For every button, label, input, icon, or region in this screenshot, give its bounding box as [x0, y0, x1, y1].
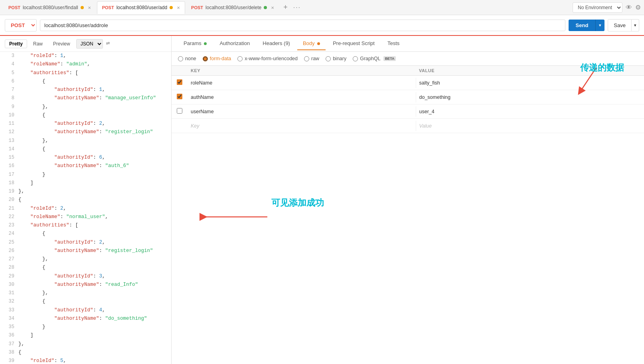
success-label: 可见添加成功 — [271, 197, 324, 209]
line-content: "authorityId": 3, — [18, 272, 105, 281]
json-line: 24 { — [0, 230, 171, 238]
urlencoded-option[interactable]: x-www-form-urlencoded — [237, 56, 298, 61]
line-number: 33 — [3, 306, 14, 315]
kv-key-header: KEY — [188, 68, 416, 73]
line-content: "authorityId": 1, — [18, 86, 105, 94]
kv-row-checkbox[interactable] — [177, 94, 182, 99]
line-number: 21 — [3, 205, 14, 213]
eye-icon[interactable]: 👁 — [626, 4, 632, 11]
json-line: 29 "authorityId": 3, — [0, 272, 171, 281]
tab-method-label: POST — [102, 5, 114, 10]
json-line: 36 ] — [0, 331, 171, 340]
kv-row-value[interactable]: user_4 — [416, 106, 644, 117]
raw-button[interactable]: Raw — [29, 39, 47, 48]
line-number: 30 — [3, 281, 14, 289]
tab-findall[interactable]: POST localhost:8080/user/findall ✕ — [3, 1, 96, 14]
more-tabs-button[interactable]: ··· — [292, 4, 302, 11]
json-line: 10 { — [0, 111, 171, 120]
tab-close-icon[interactable]: ✕ — [271, 6, 274, 10]
line-number: 28 — [3, 264, 14, 272]
kv-row[interactable]: roleName salty_fish — [172, 76, 644, 90]
method-select[interactable]: POST — [5, 19, 37, 31]
env-select[interactable]: No Environment — [573, 2, 622, 13]
line-content: { — [18, 145, 45, 153]
save-button-group: Save ▾ — [608, 19, 639, 31]
json-line: 6 { — [0, 77, 171, 86]
kv-row-checkbox[interactable] — [177, 108, 182, 114]
json-line: 17 } — [0, 171, 171, 179]
raw-option[interactable]: raw — [304, 56, 319, 61]
kv-row-key[interactable]: authName — [188, 92, 416, 102]
kv-table-header: KEY VALUE — [172, 66, 644, 76]
line-content: { — [18, 111, 45, 120]
line-content: "authorityName": "read_Info" — [18, 281, 138, 289]
line-content: } — [18, 323, 45, 331]
params-dot — [204, 42, 207, 45]
kv-row-value[interactable]: Value — [416, 121, 644, 131]
line-number: 15 — [3, 153, 14, 162]
tab-add[interactable]: POST localhost:8080/user/add ✕ — [97, 1, 185, 14]
url-bar: POST Send ▾ Save ▾ — [0, 15, 644, 36]
kv-row-key[interactable]: Key — [188, 121, 416, 131]
new-tab-button[interactable]: + — [280, 3, 291, 12]
line-content: "authorityName": "auth_6" — [18, 162, 129, 170]
kv-row-value[interactable]: salty_fish — [416, 78, 644, 88]
line-number: 36 — [3, 331, 14, 340]
kv-row[interactable]: authName do_something — [172, 90, 644, 104]
kv-row[interactable]: Key Value — [172, 119, 644, 133]
tab-status-dot — [264, 6, 267, 9]
save-button[interactable]: Save — [608, 19, 632, 31]
json-response-panel[interactable]: Pretty Raw Preview JSON ⇌ 3 "roleId": 1,… — [0, 36, 172, 364]
pretty-button[interactable]: Pretty — [5, 39, 27, 48]
line-content: }, — [18, 289, 48, 297]
line-content: { — [18, 230, 45, 238]
kv-row-checkbox[interactable] — [177, 79, 182, 85]
send-dropdown-button[interactable]: ▾ — [595, 20, 604, 31]
line-content: "authorityId": 2, — [18, 238, 105, 247]
kv-row-key[interactable]: userName — [188, 106, 416, 117]
json-line: 11 "authorityId": 2, — [0, 120, 171, 128]
send-button[interactable]: Send — [569, 20, 596, 31]
graphql-option[interactable]: GraphQLBETA — [353, 56, 396, 61]
tab-delete[interactable]: POST localhost:8080/user/delete ✕ — [186, 1, 279, 14]
binary-option[interactable]: binary — [326, 56, 346, 61]
line-number: 4 — [3, 60, 14, 69]
line-content: "authorities": [ — [18, 221, 78, 230]
kv-row-checkbox-cell — [172, 94, 188, 100]
wrap-icon[interactable]: ⇌ — [106, 38, 110, 49]
kv-row-key[interactable]: roleName — [188, 78, 416, 88]
env-area: No Environment 👁 ⚙ — [573, 2, 641, 13]
preview-button[interactable]: Preview — [49, 39, 75, 48]
url-input[interactable] — [40, 20, 565, 31]
tab-prerequest[interactable]: Pre-request Script — [327, 37, 380, 50]
line-number: 6 — [3, 77, 14, 86]
kv-row[interactable]: userName user_4 — [172, 104, 644, 119]
tab-params[interactable]: Params — [178, 37, 212, 50]
line-number: 11 — [3, 120, 14, 128]
line-content: "authorities": [ — [18, 69, 78, 77]
json-line: 27 }, — [0, 255, 171, 264]
line-content: "authorityId": 2, — [18, 120, 105, 128]
tab-close-icon[interactable]: ✕ — [88, 6, 91, 10]
tab-method-label: POST — [191, 5, 203, 10]
tab-body[interactable]: Body — [297, 37, 326, 50]
none-option[interactable]: none — [178, 56, 196, 61]
kv-row-value[interactable]: do_something — [416, 92, 644, 102]
json-type-select[interactable]: JSON — [76, 39, 103, 49]
tab-close-icon[interactable]: ✕ — [177, 6, 180, 10]
json-line: 22 "roleName": "normal_user", — [0, 213, 171, 221]
json-line: 34 "authorityName": "do_something" — [0, 315, 171, 323]
settings-icon[interactable]: ⚙ — [635, 4, 641, 11]
line-content: "authorityName": "do_something" — [18, 315, 147, 323]
tab-headers[interactable]: Headers (9) — [257, 37, 296, 50]
form-data-option[interactable]: form-data — [203, 56, 231, 61]
transmit-label: 传递的数据 — [580, 62, 624, 74]
line-content: }, — [18, 103, 48, 111]
kv-row-checkbox-cell — [172, 79, 188, 86]
line-content: { — [18, 348, 22, 357]
tab-authorization[interactable]: Authorization — [214, 37, 255, 50]
save-dropdown-button[interactable]: ▾ — [632, 19, 639, 31]
line-content: "authorityName": "manage_userInfo" — [18, 94, 156, 102]
line-content: "authorityId": 4, — [18, 306, 105, 315]
tab-tests[interactable]: Tests — [382, 37, 405, 50]
